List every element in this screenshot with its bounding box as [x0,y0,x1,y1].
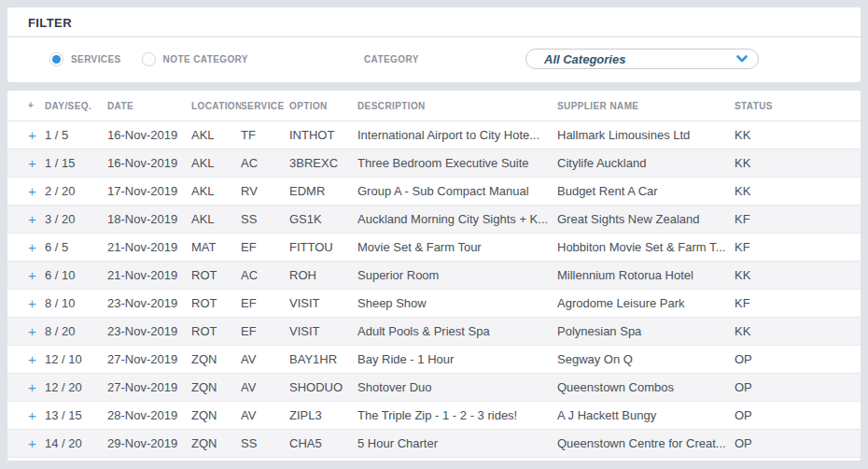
cell-supplier: Hallmark Limousines Ltd [557,128,735,142]
category-dropdown-value: All Categories [544,52,625,66]
cell-location: AKL [191,156,241,170]
cell-supplier: Citylife Auckland [557,156,735,170]
cell-option: VISIT [289,324,357,338]
column-header-date: DATE [107,101,191,111]
cell-status: KK [735,268,861,282]
cell-date: 17-Nov-2019 [107,184,191,198]
cell-supplier: Queenstown Combos [557,380,735,394]
cell-location: ZQN [191,436,241,450]
cell-supplier: Millennium Rotorua Hotel [557,268,735,282]
category-label: CATEGORY [364,54,419,64]
cell-day-seq: 8 / 20 [45,324,107,338]
cell-location: ZQN [191,352,241,366]
radio-selected-icon[interactable] [49,52,63,66]
cell-day-seq: 2 / 20 [45,184,107,198]
cell-date: 16-Nov-2019 [107,156,191,170]
cell-service: TF [241,128,289,142]
cell-option: GS1K [289,212,357,226]
cell-location: AKL [191,128,241,142]
cell-service: AC [241,268,289,282]
cell-location: ZQN [191,408,241,422]
cell-date: 23-Nov-2019 [107,296,191,310]
table-header-row: + DAY/SEQ. DATE LOCATION SERVICE OPTION … [7,91,861,121]
cell-location: AKL [191,212,241,226]
cell-description: Bay Ride - 1 Hour [357,352,557,366]
cell-day-seq: 1 / 5 [45,128,107,142]
cell-status: KK [735,128,861,142]
expand-row-button[interactable]: + [7,380,45,394]
category-dropdown[interactable]: All Categories [525,49,759,69]
cell-status: OP [735,352,861,366]
table-row: +2 / 2017-Nov-2019AKLRVEDMRGroup A - Sub… [7,178,861,206]
expand-row-button[interactable]: + [7,324,45,338]
cell-service: SS [241,212,289,226]
cell-status: OP [735,408,861,422]
table-row: +6 / 1021-Nov-2019ROTACROHSuperior RoomM… [7,262,861,290]
expand-row-button[interactable]: + [7,128,45,142]
cell-option: CHA5 [289,436,357,450]
cell-description: Auckland Morning City Sights + K... [357,212,557,226]
cell-day-seq: 3 / 20 [45,212,107,226]
expand-row-button[interactable]: + [7,408,45,422]
filter-radio-group: SERVICES NOTE CATEGORY [49,52,248,66]
expand-all-button[interactable]: + [7,101,45,110]
cell-day-seq: 14 / 20 [45,436,107,450]
cell-location: ROT [191,296,241,310]
chevron-down-icon [736,55,748,63]
radio-services[interactable]: SERVICES [49,52,121,66]
filter-panel: FILTER SERVICES NOTE CATEGORY CATEGORY A… [7,7,861,82]
cell-date: 29-Nov-2019 [107,436,191,450]
cell-service: AV [241,352,289,366]
expand-row-button[interactable]: + [7,212,45,226]
cell-day-seq: 6 / 10 [45,268,107,282]
expand-row-button[interactable]: + [7,436,45,450]
radio-note-category-label: NOTE CATEGORY [163,54,248,64]
radio-note-category[interactable]: NOTE CATEGORY [142,52,248,66]
cell-option: INTHOT [289,128,357,142]
expand-row-button[interactable]: + [7,296,45,310]
column-header-day-seq: DAY/SEQ. [45,101,107,111]
cell-status: KF [735,212,861,226]
table-row: +12 / 2027-Nov-2019ZQNAVSHODUOShotover D… [7,374,861,402]
cell-service: EF [241,240,289,254]
cell-day-seq: 13 / 15 [45,408,107,422]
services-table: + DAY/SEQ. DATE LOCATION SERVICE OPTION … [7,91,861,461]
expand-row-button[interactable]: + [7,240,45,254]
cell-location: ROT [191,324,241,338]
expand-row-button[interactable]: + [7,352,45,366]
cell-supplier: Hobbiton Movie Set & Farm T... [557,240,735,254]
table-row: +8 / 2023-Nov-2019ROTEFVISITAdult Pools … [7,318,861,346]
cell-location: ROT [191,268,241,282]
cell-service: AV [241,380,289,394]
cell-description: Adult Pools & Priest Spa [357,324,557,338]
cell-supplier: Queenstown Centre for Creat... [557,436,735,450]
expand-row-button[interactable]: + [7,184,45,198]
cell-option: 3BREXC [289,156,357,170]
radio-services-label: SERVICES [71,54,121,64]
column-header-option: OPTION [289,101,357,111]
cell-supplier: A J Hackett Bungy [557,408,735,422]
cell-date: 21-Nov-2019 [107,268,191,282]
cell-option: BAY1HR [289,352,357,366]
expand-row-button[interactable]: + [7,268,45,282]
cell-service: AC [241,156,289,170]
table-row: +14 / 2029-Nov-2019ZQNSSCHA55 Hour Chart… [7,430,861,458]
cell-day-seq: 8 / 10 [45,296,107,310]
column-header-supplier-name: SUPPLIER NAME [557,101,735,111]
cell-service: EF [241,296,289,310]
cell-description: International Airport to City Hote... [357,128,557,142]
cell-status: KF [735,296,861,310]
cell-location: MAT [191,240,241,254]
cell-description: Three Bedroom Executive Suite [357,156,557,170]
expand-row-button[interactable]: + [7,156,45,170]
column-header-service: SERVICE [241,101,289,111]
cell-option: FITTOU [289,240,357,254]
table-row: +13 / 1528-Nov-2019ZQNAVZIPL3The Triple … [7,402,861,430]
cell-service: SS [241,436,289,450]
cell-option: SHODUO [289,380,357,394]
cell-supplier: Agrodome Leisure Park [557,296,735,310]
table-row: +12 / 1027-Nov-2019ZQNAVBAY1HRBay Ride -… [7,346,861,374]
cell-service: AV [241,408,289,422]
column-header-description: DESCRIPTION [357,101,557,111]
radio-unselected-icon[interactable] [142,52,156,66]
